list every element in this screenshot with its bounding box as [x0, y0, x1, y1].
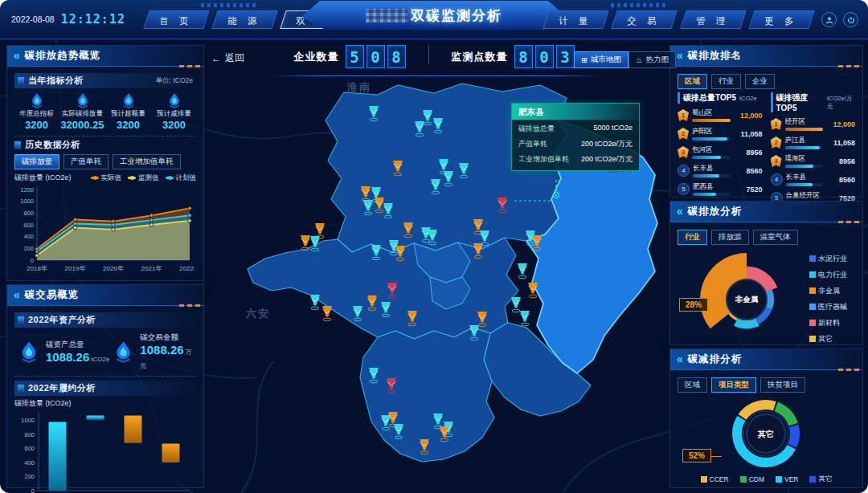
ranking-row-mid: 长丰县 [693, 164, 731, 177]
legend-label: 水泥行业 [818, 254, 847, 264]
tooltip-row: 工业增加值单耗200 tCO2e/万元 [518, 154, 633, 165]
tab-2[interactable]: 扶贫项目 [760, 377, 805, 393]
ranking-unit: tCO2e/万元 [827, 95, 855, 111]
back-button[interactable]: ← 返回 [211, 51, 244, 65]
svg-text:200: 200 [24, 473, 35, 480]
map-pin-orange[interactable] [301, 235, 310, 251]
legend-label: 其它 [818, 334, 833, 344]
user-icon[interactable] [821, 12, 837, 27]
ranking-name: 肥西县 [693, 182, 731, 192]
ranking-name: 合巢经开区 [786, 191, 824, 201]
ranking-row-mid: 蜀山区 [692, 108, 731, 122]
svg-text:2018年: 2018年 [27, 265, 47, 272]
ranking-name: 瑶海区 [785, 154, 824, 164]
ranking-bar [692, 156, 721, 159]
legend-marker [809, 271, 816, 278]
tab-1[interactable]: 项目类型 [711, 377, 756, 393]
asset-metric-unit: tCO2e [91, 356, 109, 363]
ranking-row[interactable]: 4长丰县8560 [678, 161, 763, 180]
asset-metric-text: 碳资产总量1088.26tCO2e [46, 340, 109, 364]
ranking-row[interactable]: 3包河区8956 [678, 143, 763, 161]
map-pin-orange[interactable] [315, 223, 325, 238]
ranking-bar [692, 119, 731, 122]
tab-0[interactable]: 行业 [678, 230, 707, 245]
svg-text:600: 600 [23, 222, 34, 229]
ranking-bar [692, 137, 727, 141]
ranking-value: 12,000 [826, 120, 855, 128]
nav-item-1[interactable]: 交 易 [612, 10, 678, 29]
ranking-row[interactable]: 5肥西县7520 [678, 180, 763, 198]
legend-marker [91, 177, 99, 179]
ranking-value: 8560 [826, 176, 855, 184]
tab-1[interactable]: 行业 [711, 74, 741, 89]
map-pin-cyan[interactable] [520, 311, 530, 326]
legend-marker [809, 320, 816, 326]
ranking-row[interactable]: 2庐阳区11,058 [678, 124, 763, 143]
panel-header: « 碳排放排名 [670, 46, 862, 67]
ranking-lists: 碳排总量TOP5tCO2e1蜀山区12,0002庐阳区11,0583包河区895… [678, 92, 855, 207]
tab-0[interactable]: 碳排放量 [14, 154, 59, 169]
tab-2[interactable]: 企业 [745, 74, 775, 89]
rank-number-badge: 4 [678, 165, 690, 177]
legend-marker [809, 476, 816, 483]
ranking-row[interactable]: 1经开区12,000 [771, 115, 856, 133]
tab-0[interactable]: 区域 [678, 74, 707, 89]
tooltip-row-label: 产值单耗 [518, 139, 547, 149]
nav-item-label: 能 源 [228, 13, 261, 30]
nav-item-1[interactable]: 能 源 [211, 10, 278, 29]
ranking-row-mid: 肥西县 [693, 182, 731, 196]
map-grid-icon: ⊞ [581, 55, 588, 64]
nav-item-0[interactable]: 计 量 [542, 10, 609, 29]
tab-2[interactable]: 工业增加值单耗 [113, 154, 181, 169]
double-chevron-icon: « [14, 50, 20, 61]
map-pin-cyan[interactable] [511, 297, 521, 312]
nav-item-label: 更 多 [764, 13, 797, 30]
nav-item-2[interactable]: 管 理 [680, 10, 747, 29]
map-pin-cyan[interactable] [518, 263, 527, 279]
svg-text:0: 0 [31, 257, 34, 264]
svg-text:1000: 1000 [21, 417, 35, 424]
rank-number-badge: 5 [678, 183, 690, 195]
nav-item-0[interactable]: 首 页 [143, 10, 210, 29]
tab-2[interactable]: 温室气体 [753, 230, 798, 245]
map-pin-cyan[interactable] [310, 295, 320, 310]
ranking-bar [786, 183, 813, 186]
emission-legend: 水泥行业电力行业非金属医疗器械新材料其它 [809, 254, 847, 344]
metric-value: 3200 [162, 119, 186, 131]
metric-card: 预计减排量3200 [152, 92, 196, 131]
map-pin-orange[interactable] [322, 306, 332, 321]
map-mode-buttons: ⊞城市地图♨热力图 [574, 51, 676, 68]
ranking-name: 蜀山区 [692, 108, 731, 118]
medal-badge-icon: 3 [771, 155, 782, 167]
tooltip-row-value: 200 tCO2e/万元 [581, 154, 633, 165]
emission-callout: 28% [679, 298, 708, 312]
metric-value: 3200 [25, 119, 48, 131]
tab-1[interactable]: 产值单耗 [63, 154, 108, 169]
compliance-waterfall-chart: 02004006008001000碳排放总量国家发放配额配额交易量CCER购买总… [14, 409, 194, 493]
double-chevron-icon: « [14, 289, 20, 300]
asset-metric-value: 1088.26tCO2e [46, 350, 109, 364]
ranking-row[interactable]: 4长丰县8560 [771, 170, 856, 189]
section-asset-analysis: 2022年资产分析 [14, 312, 196, 328]
double-chevron-icon: « [677, 50, 683, 61]
ranking-bar-track [786, 183, 824, 186]
header-time: 12:12:12 [61, 12, 125, 26]
ranking-row[interactable]: 3瑶海区8956 [771, 152, 856, 170]
map-mode-city[interactable]: ⊞城市地图 [574, 51, 628, 68]
tab-1[interactable]: 排放源 [711, 230, 749, 245]
nav-item-3[interactable]: 更 多 [748, 10, 815, 29]
map-mode-heat[interactable]: ♨热力图 [628, 51, 676, 68]
ranking-bar-track [692, 137, 731, 141]
map-city-label: 六安 [246, 307, 270, 321]
power-icon[interactable] [843, 12, 858, 27]
section-bullet-icon [18, 385, 24, 393]
ranking-bar-track [785, 146, 824, 149]
ranking-value: 8560 [734, 167, 763, 175]
medal-badge-icon: 2 [678, 128, 689, 140]
ranking-row[interactable]: 1蜀山区12,000 [678, 106, 763, 124]
panel-emission-trend: « 碳排放趋势概览 当年指标分析 单位: tCO2e 年度总指标3200实际碳排… [6, 45, 204, 281]
panel-header: « 碳排放趋势概览 [7, 46, 203, 67]
asset-metric-label: 碳资产总量 [46, 340, 109, 350]
ranking-row[interactable]: 2庐江县11,058 [771, 133, 856, 152]
tab-0[interactable]: 区域 [678, 377, 707, 393]
